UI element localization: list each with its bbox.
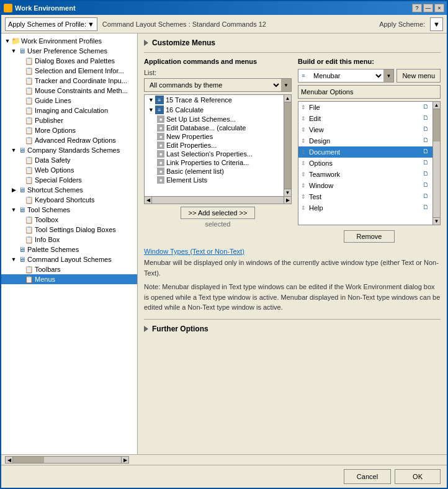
list-hscroll[interactable]: ◀ ▶ xyxy=(144,197,292,204)
remove-button[interactable]: Remove xyxy=(344,230,395,243)
scroll-up[interactable]: ▲ xyxy=(433,102,440,109)
tree-item-mouse[interactable]: 📋 Mouse Constraints and Meth... xyxy=(1,86,137,96)
menubar-icon: ≡ xyxy=(298,73,308,79)
tree-item-special-folders[interactable]: 📋 Special Folders xyxy=(1,175,137,185)
tree-item-toolbars[interactable]: 📋 Toolbars xyxy=(1,264,137,274)
scroll-right[interactable]: ▶ xyxy=(284,197,291,204)
tree-item-command-layout[interactable]: ▼ 🖥 Command Layout Schemes xyxy=(1,254,137,264)
item-label: 15 Trace & Reference xyxy=(166,96,232,104)
menu-item-document[interactable]: ⇕ Document 🗋 xyxy=(298,146,432,158)
cancel-button[interactable]: Cancel xyxy=(344,469,391,484)
tree-item-advanced-redraw[interactable]: 📋 Advanced Redraw Options xyxy=(1,135,137,145)
item-icon: 📋 xyxy=(25,96,34,105)
apply-profile-dropdown[interactable]: Apply Schemes of Profile: ▼ xyxy=(5,17,97,31)
menu-item-view[interactable]: ⇕ View 🗋 xyxy=(298,124,432,135)
ok-button[interactable]: OK xyxy=(395,469,441,484)
command-list[interactable]: ▼ ≡ 15 Trace & Reference ▼ xyxy=(145,95,284,196)
theme-dropdown[interactable]: All commands by theme ▼ xyxy=(144,78,292,92)
list-item-basic[interactable]: ■ Basic (element list) xyxy=(145,167,284,176)
list-item-edit-db[interactable]: ■ Edit Database... (calculate xyxy=(145,123,284,132)
apply-profile-label: Apply Schemes of Profile: xyxy=(8,20,86,28)
menu-items-list[interactable]: ⇕ File 🗋 ⇕ Edit 🗋 ⇕ View xyxy=(298,102,432,225)
scroll-right[interactable]: ▶ xyxy=(121,456,128,464)
tree-item-tool-schemes[interactable]: ▼ 🖥 Tool Schemes xyxy=(1,205,137,215)
scroll-down[interactable]: ▼ xyxy=(284,189,291,196)
item-label: Edit xyxy=(309,115,421,122)
menu-scrollbar[interactable]: ▲ ▼ xyxy=(432,102,440,225)
bottom-scroll-area: ◀ ▶ xyxy=(1,454,447,465)
scroll-up[interactable]: ▲ xyxy=(284,95,291,102)
list-item-edit-props[interactable]: ■ Edit Properties... xyxy=(145,141,284,150)
expand-icon[interactable]: ▼ xyxy=(4,37,11,45)
menubar-select[interactable]: Menubar xyxy=(308,70,383,82)
item-icon: 📋 xyxy=(25,235,34,244)
menu-item-help[interactable]: ⇕ Help 🗋 xyxy=(298,202,432,213)
spacer xyxy=(17,216,25,223)
window-types-link[interactable]: Window Types (Text or Non-Text) xyxy=(144,248,441,255)
list-item-trace[interactable]: ▼ ≡ 15 Trace & Reference xyxy=(145,95,284,105)
selected-label: selected xyxy=(144,220,292,228)
tree-item-toolbox[interactable]: 📋 Toolbox xyxy=(1,215,137,225)
close-button[interactable]: × xyxy=(434,4,444,12)
list-item-last-selection[interactable]: ■ Last Selection's Properties... xyxy=(145,150,284,158)
tree-item-shortcut[interactable]: ▶ 🖥 Shortcut Schemes xyxy=(1,185,137,195)
bottom-hscroll[interactable]: ◀ ▶ xyxy=(5,456,129,464)
tree-item-data-safety[interactable]: 📋 Data Safety xyxy=(1,155,137,165)
list-item-calculate[interactable]: ▼ ≡ 16 Calculate xyxy=(145,105,284,115)
apply-scheme-dropdown[interactable]: ▼ xyxy=(430,17,443,31)
tree-item-palette[interactable]: 🖥 Palette Schemes xyxy=(1,244,137,254)
expand-icon[interactable]: ▶ xyxy=(10,186,17,194)
new-menu-button[interactable]: New menu xyxy=(396,69,441,83)
item-icon: 🗋 xyxy=(421,148,430,156)
tree-item-web[interactable]: 📋 Web Options xyxy=(1,165,137,175)
menu-item-file[interactable]: ⇕ File 🗋 xyxy=(298,102,432,113)
tree-item-user-pref[interactable]: ▼ 🖥 User Preference Schemes xyxy=(1,46,137,56)
help-button[interactable]: ? xyxy=(412,4,422,12)
spacer xyxy=(17,127,25,134)
tree-item-menus[interactable]: 📋 Menus xyxy=(1,274,137,284)
tree-item-selection[interactable]: 📋 Selection and Element Infor... xyxy=(1,66,137,76)
menu-item-design[interactable]: ⇕ Design 🗋 xyxy=(298,135,432,146)
list-item-set-up[interactable]: ■ Set Up List Schemes... xyxy=(145,115,284,123)
list-item-new-props[interactable]: ■ New Properties xyxy=(145,132,284,141)
tree-item-company-standards[interactable]: ▼ 🖥 Company Standards Schemes xyxy=(1,145,137,155)
tree-item-imaging[interactable]: 📋 Imaging and Calculation xyxy=(1,105,137,115)
menu-item-test[interactable]: ⇕ Test 🗋 xyxy=(298,191,432,202)
expand-icon[interactable]: ▼ xyxy=(10,256,17,263)
further-triangle xyxy=(144,326,148,332)
tree-item-more-options[interactable]: 📋 More Options xyxy=(1,125,137,135)
scroll-left[interactable]: ◀ xyxy=(6,456,13,464)
item-icon: 📋 xyxy=(25,136,34,145)
scroll-down[interactable]: ▼ xyxy=(433,217,440,225)
tree-item-keyboard[interactable]: 📋 Keyboard Shortcuts xyxy=(1,195,137,205)
tree-item-tracker[interactable]: 📋 Tracker and Coordinate Inpu... xyxy=(1,76,137,86)
left-panel: ▼ 📁 Work Environment Profiles ▼ 🖥 User P… xyxy=(1,34,138,454)
menubar-options-input[interactable] xyxy=(298,85,441,99)
expand-icon[interactable]: ▼ xyxy=(10,206,17,213)
list-scrollbar[interactable]: ▲ ▼ xyxy=(284,95,291,196)
bottom-btn-row: Cancel OK xyxy=(1,465,447,488)
add-selected-button[interactable]: >> Add selected >> xyxy=(181,207,256,219)
menu-item-options[interactable]: ⇕ Options 🗋 xyxy=(298,158,432,169)
minimize-button[interactable]: — xyxy=(423,4,433,12)
list-item-link-props[interactable]: ■ Link Properties to Criteria... xyxy=(145,158,284,167)
expand-icon[interactable]: ▼ xyxy=(10,47,17,55)
menu-item-window[interactable]: ⇕ Window 🗋 xyxy=(298,180,432,191)
item-icon: ■ xyxy=(157,124,164,132)
tree-item-dialog-boxes[interactable]: 📋 Dialog Boxes and Palettes xyxy=(1,56,137,66)
expand-icon[interactable]: ▼ xyxy=(10,146,17,154)
tree-item-tool-settings[interactable]: 📋 Tool Settings Dialog Boxes xyxy=(1,225,137,235)
tree-item-guide[interactable]: 📋 Guide Lines xyxy=(1,96,137,105)
tree-item-work-env-profiles[interactable]: ▼ 📁 Work Environment Profiles xyxy=(1,36,137,46)
tree-label: Selection and Element Infor... xyxy=(35,67,124,74)
spacer xyxy=(17,107,25,114)
tree-item-publisher[interactable]: 📋 Publisher xyxy=(1,115,137,125)
menu-item-teamwork[interactable]: ⇕ Teamwork 🗋 xyxy=(298,169,432,180)
item-label: Edit Database... (calculate xyxy=(166,124,246,132)
scroll-left[interactable]: ◀ xyxy=(145,197,152,204)
list-item-element-lists[interactable]: ■ Element Lists xyxy=(145,176,284,184)
theme-select[interactable]: All commands by theme xyxy=(145,79,281,91)
folder-icon: 🖥 xyxy=(17,205,26,214)
tree-item-info-box[interactable]: 📋 Info Box xyxy=(1,235,137,244)
menu-item-edit[interactable]: ⇕ Edit 🗋 xyxy=(298,113,432,124)
